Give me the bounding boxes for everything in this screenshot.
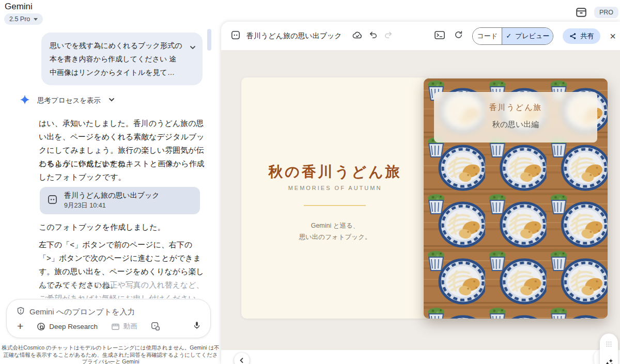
thinking-toggle-label: 思考プロセスを表示 [37, 96, 101, 105]
view-toggle: コード ✓ プレビュー [472, 27, 553, 45]
preview-canvas: 秋の香川うどん旅 MEMORIES OF AUTUMN Gemini と巡る、 … [221, 50, 620, 350]
expand-message-icon[interactable] [189, 42, 196, 55]
prev-page-button[interactable] [234, 353, 250, 364]
drag-handle-icon[interactable] [606, 340, 612, 350]
overlay-subtitle: 秋の思い出編 [434, 120, 597, 130]
overlay-title: 香川うどん旅 [434, 103, 597, 113]
deep-research-button[interactable]: Deep Research [37, 322, 98, 331]
video-label: 動画 [123, 322, 137, 331]
caption-line: 思い出のフォトブック。 [241, 231, 429, 243]
prompt-input[interactable]: Gemini へのプロンプトを入力 [29, 307, 135, 317]
divider [304, 205, 366, 206]
canvas-doc-icon [48, 195, 57, 207]
artifact-timestamp: 9月23日 10:41 [64, 201, 160, 210]
undo-icon[interactable] [369, 30, 378, 41]
response-paragraph: もし、テキストの修正や写真の入れ替えなど、ご希望があればお気軽にお申し付けくださ… [39, 278, 205, 298]
canvas-panel: 香川うどん旅の思い出ブック [221, 22, 620, 364]
redo-icon[interactable] [384, 30, 393, 41]
check-icon: ✓ [506, 32, 512, 40]
response-paragraph-clipped: もし、テキストの修正や写真の入れ替えなど、ご希望があればお気軽にお申し付けくださ… [39, 278, 205, 298]
ai-edit-spark-icon[interactable] [604, 358, 614, 364]
floating-toolbar [600, 334, 618, 364]
archive-icon[interactable] [576, 7, 587, 18]
share-button[interactable]: 共有 [563, 28, 600, 44]
canvas-tool-icon[interactable] [151, 322, 160, 331]
prompt-composer[interactable]: Gemini へのプロンプトを入力 + Deep Research 動画 [6, 299, 211, 338]
response-paragraph: このフォトブックを作成しました。 [39, 220, 205, 234]
chat-scrollbar-thumb[interactable] [207, 29, 211, 51]
composer-toolbar: + Deep Research 動画 [17, 321, 201, 331]
caption-line: Gemini と巡る、 [241, 220, 429, 231]
deep-research-label: Deep Research [49, 323, 98, 330]
book-cover-caption: Gemini と巡る、 思い出のフォトブック。 [241, 220, 429, 243]
model-label: 2.5 Pro [9, 15, 30, 23]
tab-preview-label: プレビュー [515, 31, 549, 41]
privacy-link[interactable]: プライバシーと Gemini [1, 358, 220, 364]
mic-icon[interactable] [193, 321, 201, 331]
tab-preview[interactable]: ✓ プレビュー [502, 28, 553, 44]
pro-badge: PRO [594, 7, 618, 18]
book-photo-page: 香川うどん旅 秋の思い出編 [424, 78, 608, 319]
refresh-icon[interactable] [454, 30, 463, 41]
photo-title-overlay: 香川うどん旅 秋の思い出編 [434, 92, 597, 143]
cloud-saved-icon [352, 31, 363, 41]
share-label: 共有 [580, 31, 594, 41]
book-cover-subtitle: MEMORIES OF AUTUMN [241, 185, 429, 191]
gemini-app: Gemini 2.5 Pro PRO 思いでを残す為にめくれるブック形式の本を書… [0, 0, 620, 364]
response-paragraph: こちらが、いただいたテキストと画像から作成したフォトブックです。 [39, 157, 205, 184]
user-message-text: 思いでを残す為にめくれるブック形式の本を書き内容から作成してください 途中画像は… [50, 41, 182, 76]
book-cover-title: 秋の香川うどん旅 [241, 162, 429, 182]
user-message-bubble[interactable]: 思いでを残す為にめくれるブック形式の本を書き内容から作成してください 途中画像は… [41, 33, 203, 85]
artifact-title: 香川うどん旅の思い出ブック [64, 191, 160, 200]
canvas-panel-header: 香川うどん旅の思い出ブック [221, 22, 620, 50]
model-selector[interactable]: 2.5 Pro [4, 13, 43, 25]
canvas-doc-icon [231, 30, 240, 42]
thinking-process-toggle[interactable]: 思考プロセスを表示 [20, 94, 115, 107]
topbar-right: PRO [576, 5, 620, 20]
terminal-icon[interactable] [435, 31, 445, 41]
app-title: Gemini [5, 2, 33, 12]
add-attachment-button[interactable]: + [17, 322, 23, 331]
chevron-down-icon [34, 18, 38, 21]
gemini-spark-icon [20, 94, 30, 107]
composer-input-row[interactable]: Gemini へのプロンプトを入力 [17, 307, 135, 317]
chevron-down-icon [108, 96, 115, 105]
shield-icon [17, 307, 25, 317]
artifact-card[interactable]: 香川うどん旅の思い出ブック 9月23日 10:41 [40, 187, 200, 214]
book-cover-page: 秋の香川うどん旅 MEMORIES OF AUTUMN Gemini と巡る、 … [241, 77, 429, 319]
close-icon[interactable]: × [610, 31, 616, 41]
video-button[interactable]: 動画 [111, 322, 137, 331]
tab-code[interactable]: コード [473, 28, 502, 44]
canvas-title: 香川うどん旅の思い出ブック [246, 31, 342, 41]
